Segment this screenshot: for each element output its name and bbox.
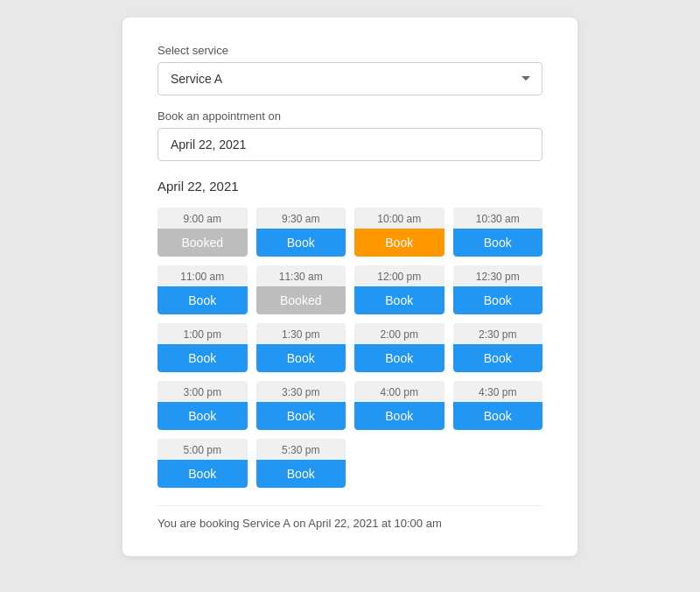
slot-time-label: 3:30 pm — [256, 381, 346, 402]
slot-book-button[interactable]: Book — [256, 402, 346, 430]
time-slot: 2:00 pmBook — [354, 323, 444, 372]
slot-time-label: 9:30 am — [256, 208, 346, 229]
slot-time-label: 10:30 am — [453, 208, 543, 229]
time-slot: 5:00 pmBook — [158, 439, 248, 488]
select-service-label: Select service — [158, 44, 542, 57]
date-heading: April 22, 2021 — [158, 179, 542, 194]
slot-booked-button: Booked — [158, 229, 248, 257]
slot-book-button[interactable]: Book — [354, 286, 444, 314]
book-date-label: Book an appointment on — [158, 109, 542, 123]
time-slot: 12:00 pmBook — [354, 265, 444, 314]
slot-book-button[interactable]: Book — [354, 229, 444, 257]
slot-book-button[interactable]: Book — [158, 344, 248, 372]
slot-time-label: 1:30 pm — [256, 323, 346, 344]
time-slot: 3:00 pmBook — [158, 381, 248, 430]
time-slot: 1:00 pmBook — [158, 323, 248, 372]
slot-book-button[interactable]: Book — [158, 460, 248, 488]
time-slot: 4:30 pmBook — [453, 381, 543, 430]
slot-book-button[interactable]: Book — [453, 286, 543, 314]
service-select[interactable]: Service AService B — [158, 62, 542, 95]
slot-time-label: 11:30 am — [256, 265, 346, 286]
time-slot: 11:30 amBooked — [256, 265, 346, 314]
slot-time-label: 3:00 pm — [158, 381, 248, 402]
slot-time-label: 4:00 pm — [354, 381, 444, 402]
slot-time-label: 12:00 pm — [354, 265, 444, 286]
booking-card: Select service Service AService B Book a… — [122, 18, 578, 556]
slot-book-button[interactable]: Book — [354, 402, 444, 430]
time-slot: 3:30 pmBook — [256, 381, 346, 430]
slot-book-button[interactable]: Book — [354, 344, 444, 372]
time-slot: 4:00 pmBook — [354, 381, 444, 430]
slot-time-label: 4:30 pm — [453, 381, 543, 402]
slot-book-button[interactable]: Book — [158, 286, 248, 314]
time-slot: 9:00 amBooked — [158, 208, 248, 257]
booking-status: You are booking Service A on April 22, 2… — [158, 505, 542, 530]
slot-time-label: 5:30 pm — [256, 439, 346, 460]
slot-book-button[interactable]: Book — [256, 344, 346, 372]
slot-time-label: 2:30 pm — [453, 323, 543, 344]
slot-time-label: 9:00 am — [158, 208, 248, 229]
slot-book-button[interactable]: Book — [453, 344, 543, 372]
slot-booked-button: Booked — [256, 286, 346, 314]
slot-time-label: 2:00 pm — [354, 323, 444, 344]
slot-book-button[interactable]: Book — [256, 229, 346, 257]
slot-book-button[interactable]: Book — [256, 460, 346, 488]
time-slot: 2:30 pmBook — [453, 323, 543, 372]
slots-grid: 9:00 amBooked9:30 amBook10:00 amBook10:3… — [158, 208, 542, 488]
slot-time-label: 1:00 pm — [158, 323, 248, 344]
time-slot: 10:00 amBook — [354, 208, 444, 257]
slot-time-label: 12:30 pm — [453, 265, 543, 286]
date-input[interactable] — [158, 128, 542, 161]
time-slot: 1:30 pmBook — [256, 323, 346, 372]
slot-time-label: 10:00 am — [354, 208, 444, 229]
slot-time-label: 5:00 pm — [158, 439, 248, 460]
time-slot: 11:00 amBook — [158, 265, 248, 314]
slot-book-button[interactable]: Book — [158, 402, 248, 430]
slot-book-button[interactable]: Book — [453, 229, 543, 257]
time-slot: 10:30 amBook — [453, 208, 543, 257]
time-slot: 12:30 pmBook — [453, 265, 543, 314]
time-slot: 9:30 amBook — [256, 208, 346, 257]
slot-book-button[interactable]: Book — [453, 402, 543, 430]
slot-time-label: 11:00 am — [158, 265, 248, 286]
time-slot: 5:30 pmBook — [256, 439, 346, 488]
